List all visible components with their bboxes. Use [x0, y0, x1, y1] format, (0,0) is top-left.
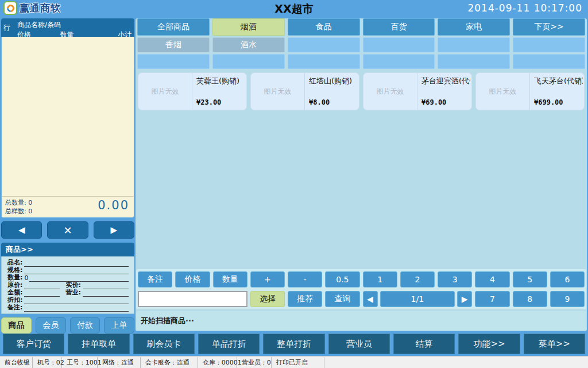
key-0-5[interactable]: 0.5 [325, 271, 359, 288]
product-price: ¥69.00 [421, 98, 470, 106]
datetime-display: 2014-09-11 10:17:00 [467, 2, 582, 14]
category-cell-empty [137, 54, 210, 69]
hold-retrieve-order-button[interactable]: 挂单取单 [68, 334, 129, 354]
settle-button[interactable]: 结算 [393, 334, 455, 354]
status-card-service: 会卡服务 : 连通 [141, 357, 198, 368]
key-2[interactable]: 2 [400, 271, 435, 288]
field-orig-price-value [24, 282, 60, 289]
order-discount-button[interactable]: 整单打折 [263, 334, 324, 354]
category-grid: 全部商品 烟酒 食品 百货 家电 下页>> 香烟 酒水 [136, 18, 587, 69]
key-1[interactable]: 1 [363, 271, 397, 288]
status-network: 网络 : 连通 [98, 357, 141, 368]
sale-items-list [1, 37, 134, 196]
no-image-placeholder: 图片无效 [251, 73, 305, 110]
field-sales-value [83, 290, 129, 297]
sales-panel: 行 商品名称/条码 价格 数量 小计 总数量: 0 总样数: 0 0.00 ◀ … [1, 18, 134, 331]
category-cell-empty [438, 54, 510, 69]
key-6[interactable]: 6 [550, 271, 585, 288]
status-mode: 前台收银 [0, 357, 33, 368]
status-warehouse: 仓库 : 00001 [198, 357, 237, 368]
field-real-price-value [83, 282, 129, 289]
store-title: XX超市 [179, 2, 409, 17]
tab-payment[interactable]: 付款 [70, 317, 100, 334]
menu-button[interactable]: 菜单>> [524, 334, 585, 354]
sales-list-header: 行 商品名称/条码 价格 数量 小计 [1, 18, 134, 37]
product-name: 红塔山(购销) [309, 76, 358, 86]
category-cell-empty [363, 54, 435, 69]
key-4[interactable]: 4 [475, 271, 509, 288]
price-button[interactable]: 价格 [175, 271, 210, 288]
prev-item-button[interactable]: ◀ [1, 221, 42, 239]
column-name-barcode: 商品名称/条码 [17, 20, 131, 30]
category-all[interactable]: 全部商品 [137, 18, 210, 36]
product-card[interactable]: 图片无效 茅台迎宾酒(代销) ¥69.00 [363, 72, 472, 110]
barcode-input[interactable] [138, 291, 247, 307]
minus-button[interactable]: - [288, 271, 322, 288]
field-remark-value [24, 305, 129, 312]
page-next-button[interactable]: ▶ [457, 291, 472, 307]
select-button[interactable]: 选择 [250, 291, 285, 307]
customer-order-button[interactable]: 客户订货 [3, 334, 64, 354]
field-spec-value [24, 267, 129, 274]
subcategory-drinks[interactable]: 酒水 [212, 37, 285, 52]
category-food[interactable]: 食品 [288, 18, 360, 36]
no-image-placeholder: 图片无效 [476, 73, 530, 110]
field-remark-label: 备注: [7, 303, 22, 312]
total-items-label: 总样数: [5, 208, 26, 215]
status-printer: 打印已开启 [272, 357, 324, 368]
plus-button[interactable]: + [250, 271, 285, 288]
logo-text: 赢通商软 [20, 2, 61, 15]
key-7[interactable]: 7 [475, 291, 509, 307]
key-9[interactable]: 9 [550, 291, 585, 307]
remark-button[interactable]: 备注 [138, 271, 172, 288]
page-indicator: 1/1 [380, 291, 455, 307]
product-name: 飞天茅台(代销) [534, 76, 583, 86]
catalog-panel: 全部商品 烟酒 食品 百货 家电 下页>> 香烟 酒水 图片无效 芙蓉王(购销)… [136, 18, 587, 331]
category-tobacco-alcohol[interactable]: 烟酒 [212, 18, 285, 36]
scan-status-message: 开始扫描商品··· [136, 311, 586, 330]
quantity-button[interactable]: 数量 [213, 271, 247, 288]
product-name: 芙蓉王(购销) [196, 76, 245, 86]
key-8[interactable]: 8 [513, 291, 547, 307]
query-button[interactable]: 查询 [325, 291, 359, 307]
product-card[interactable]: 图片无效 红塔山(购销) ¥8.00 [250, 72, 359, 110]
category-cell-empty [513, 37, 585, 52]
subcategory-cigarettes[interactable]: 香烟 [137, 37, 210, 52]
swipe-member-card-button[interactable]: 刷会员卡 [133, 334, 195, 354]
product-card[interactable]: 图片无效 芙蓉王(购销) ¥23.00 [138, 72, 247, 110]
totals-area: 总数量: 0 总样数: 0 0.00 [1, 196, 134, 218]
salesperson-button[interactable]: 营业员 [328, 334, 390, 354]
page-prev-button[interactable]: ◀ [363, 291, 378, 307]
total-items-value: 0 [28, 208, 32, 215]
product-card[interactable]: 图片无效 飞天茅台(代销) ¥699.00 [475, 72, 585, 110]
field-sales-label: 营业: [65, 288, 80, 297]
category-general[interactable]: 百货 [363, 18, 435, 36]
product-price: ¥23.00 [196, 98, 245, 106]
delete-item-button[interactable]: ✕ [47, 221, 88, 239]
recommend-button[interactable]: 推荐 [288, 291, 322, 307]
tab-member[interactable]: 会员 [36, 317, 66, 334]
product-name: 茅台迎宾酒(代销) [421, 76, 470, 86]
key-5[interactable]: 5 [513, 271, 547, 288]
item-discount-button[interactable]: 单品打折 [198, 334, 260, 354]
tab-goods[interactable]: 商品 [1, 317, 32, 334]
field-discount-value [24, 297, 129, 304]
tab-last-order[interactable]: 上单 [104, 317, 134, 334]
goods-detail-header: 商品>> [1, 243, 134, 256]
product-grid: 图片无效 芙蓉王(购销) ¥23.00 图片无效 红塔山(购销) ¥8.00 图… [136, 72, 587, 110]
total-qty-label: 总数量: [5, 199, 26, 206]
category-cell-empty [438, 37, 510, 52]
category-cell-empty [363, 37, 435, 52]
category-next-page-button[interactable]: 下页>> [513, 18, 585, 36]
key-3[interactable]: 3 [438, 271, 472, 288]
keypad: 备注 价格 数量 + - 0.5 1 2 3 4 5 6 选择 推荐 查询 ◀ … [136, 269, 586, 309]
product-price: ¥699.00 [534, 98, 583, 106]
total-qty-value: 0 [28, 199, 32, 206]
functions-button[interactable]: 功能>> [458, 334, 520, 354]
goods-detail-form: 品名: 规格: 数量:0 原价: 实价: 金额: 营业: 折扣: 备注: [1, 256, 134, 314]
category-appliance[interactable]: 家电 [438, 18, 510, 36]
left-arrow-icon: ◀ [18, 225, 25, 235]
status-salesperson: 营业员 : 0 [237, 357, 272, 368]
no-image-placeholder: 图片无效 [363, 73, 417, 110]
next-item-button[interactable]: ▶ [94, 221, 134, 239]
